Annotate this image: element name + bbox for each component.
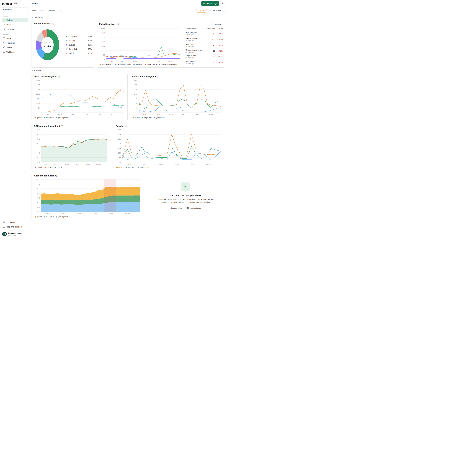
volume-section-header: ▾ VOLUME bbox=[32, 70, 225, 72]
collapse-chevron-icon[interactable]: ▾ bbox=[32, 70, 33, 72]
sidebar-item-integrations[interactable]: Integrations bbox=[2, 220, 28, 224]
help-icon[interactable]: ? bbox=[157, 76, 159, 78]
account-row[interactable]: CN Company name User name bbox=[0, 230, 30, 238]
legend-item-growth[interactable]: growth bbox=[116, 166, 123, 168]
sidebar-item-label: Webhooks bbox=[7, 51, 15, 53]
give-feedback-button[interactable]: Give us feedback bbox=[185, 206, 202, 210]
events-icon bbox=[3, 46, 5, 49]
legend-item-inngestbot[interactable]: inngestbot bbox=[142, 117, 152, 119]
legend-item-web-analytics[interactable]: Web Analytics bbox=[100, 64, 112, 65]
svg-text:06:00: 06:00 bbox=[71, 114, 75, 115]
svg-text:10M: 10M bbox=[135, 84, 137, 86]
total-runs-chart-legend: growthinngestbotgithub-pr-bot bbox=[34, 117, 125, 119]
legend-item-github-pr-bot[interactable]: github-pr-bot bbox=[138, 166, 149, 168]
failed-function-time: 10 mins ago bbox=[185, 40, 205, 42]
sidebar-item-functions[interactable]: Functions bbox=[2, 41, 28, 45]
svg-text:15 K: 15 K bbox=[37, 148, 40, 149]
status-legend-item-failed[interactable]: Failed10% bbox=[66, 51, 92, 55]
failed-function-row[interactable]: Deploy notification10 mins ago7000.1% bbox=[185, 37, 223, 42]
legend-item-growth[interactable]: growth bbox=[35, 117, 42, 119]
svg-text:12:00: 12:00 bbox=[93, 213, 97, 214]
legend-dot bbox=[45, 167, 46, 168]
legend-label: github-pr-bot bbox=[140, 166, 149, 168]
legend-dot bbox=[159, 64, 160, 65]
failed-function-row[interactable]: Web Analytics5 mins ago100.5% bbox=[185, 31, 223, 37]
content: ▾ OVERVIEW Function status ? Total runs bbox=[30, 14, 227, 225]
legend-item-github-pr-bot[interactable]: github-pr-bot bbox=[56, 117, 68, 119]
legend-item-ended[interactable]: Ended bbox=[55, 166, 62, 168]
sidebar-item-label: Help and feedback bbox=[7, 226, 22, 228]
svg-text:15 K: 15 K bbox=[37, 197, 40, 199]
svg-text:20 K: 20 K bbox=[37, 192, 40, 194]
legend-item-inngestbot[interactable]: inngestbot bbox=[44, 216, 54, 218]
command-k-shortcut[interactable]: ⌘ K bbox=[13, 2, 18, 5]
svg-text:18:00: 18:00 bbox=[109, 60, 113, 62]
status-legend-item-running[interactable]: Running47% bbox=[66, 39, 92, 43]
svg-text:30 K: 30 K bbox=[37, 134, 40, 135]
legend-item-onboarding-campaign[interactable]: Onboarding campaign bbox=[159, 64, 177, 65]
help-icon[interactable]: ? bbox=[58, 76, 60, 78]
svg-text:18:00: 18:00 bbox=[86, 163, 90, 165]
backlog-chart-legend: growthinngestbotgithub-pr-bot bbox=[116, 166, 223, 168]
legend-item-inngestbot[interactable]: inngestbot bbox=[126, 166, 136, 168]
svg-text:1M: 1M bbox=[135, 89, 137, 90]
legend-dot bbox=[56, 216, 57, 218]
functions-filter-select[interactable]: All bbox=[56, 9, 63, 13]
chevron-down-icon bbox=[222, 10, 223, 11]
sidebar-item-event-logs[interactable]: Event logs bbox=[2, 27, 28, 31]
legend-item-github-pr-bot[interactable]: github-pr-bot bbox=[154, 117, 165, 119]
settings-button[interactable]: ⚙ bbox=[220, 1, 225, 6]
sidebar-item-metrics[interactable]: Metrics bbox=[2, 18, 28, 22]
legend-item-deploy-notifications[interactable]: Deploy notifications bbox=[115, 64, 131, 65]
legend-item-growth[interactable]: growth bbox=[35, 216, 42, 218]
legend-item-started[interactable]: Started bbox=[35, 166, 42, 168]
webhooks-icon bbox=[3, 51, 5, 53]
legend-item-stripe-invoice[interactable]: Stripe invoice bbox=[145, 64, 157, 65]
legend-item-queued[interactable]: Queued bbox=[45, 166, 53, 168]
svg-text:20 K: 20 K bbox=[118, 143, 121, 145]
chevron-down-icon bbox=[61, 10, 62, 11]
svg-text:Jun 19: Jun 19 bbox=[121, 60, 125, 62]
legend-item-github-pr-bot[interactable]: github-pr-bot bbox=[56, 216, 68, 218]
svg-text:0 K: 0 K bbox=[38, 211, 40, 212]
environment-select[interactable]: Production bbox=[2, 7, 22, 12]
help-icon[interactable]: ? bbox=[61, 125, 63, 127]
svg-text:1M: 1M bbox=[38, 89, 40, 90]
status-legend-item-cancelled[interactable]: Cancelled10% bbox=[66, 47, 92, 51]
environment-filter-button[interactable] bbox=[23, 7, 28, 12]
failed-function-row[interactable]: Stripe invoice25 mins ago600.07% bbox=[185, 54, 223, 59]
help-icon[interactable]: ? bbox=[52, 23, 54, 25]
failure-rate: 0.3% bbox=[215, 44, 223, 46]
failed-function-row[interactable]: New lead20 mins ago400.3% bbox=[185, 42, 223, 48]
sidebar-item-runs[interactable]: Runs bbox=[2, 22, 28, 27]
help-icon[interactable]: ? bbox=[58, 175, 60, 177]
sidebar-item-events[interactable]: Events bbox=[2, 45, 28, 50]
sidebar-item-label: Integrations bbox=[7, 221, 16, 223]
view-all-button[interactable]: ↗ View all bbox=[211, 22, 223, 26]
apps-filter-select[interactable]: All bbox=[37, 9, 44, 13]
failed-function-time: 22 mins ago bbox=[185, 51, 205, 53]
legend-item-growth[interactable]: growth bbox=[133, 117, 140, 119]
sidebar-item-help-and-feedback[interactable]: Help and feedback bbox=[2, 225, 28, 229]
sdk-request-chart-legend: StartedQueuedEnded bbox=[34, 166, 109, 168]
failed-function-row[interactable]: Web Analytics35 mins ago501.67% bbox=[185, 59, 223, 65]
legend-item-new-lead[interactable]: New lead bbox=[134, 64, 142, 65]
legend-label: growth bbox=[37, 117, 42, 119]
legend-item-inngestbot[interactable]: inngestbot bbox=[44, 117, 54, 119]
collapse-chevron-icon[interactable]: ▾ bbox=[32, 17, 33, 19]
request-charts-button[interactable]: Request charts bbox=[169, 206, 184, 210]
legend-label: Cancelled bbox=[68, 48, 87, 50]
status-legend-item-queued[interactable]: Queued15% bbox=[66, 43, 92, 47]
status-legend-item-completed[interactable]: Completed24% bbox=[66, 34, 92, 39]
legend-dot bbox=[142, 117, 143, 118]
svg-text:18:00: 18:00 bbox=[109, 213, 113, 214]
time-range-select[interactable]: 24 hours ago bbox=[209, 9, 225, 13]
sidebar-item-apps[interactable]: Apps bbox=[2, 36, 28, 40]
refresh-page-button[interactable]: Refresh page bbox=[201, 1, 219, 6]
help-icon[interactable]: ? bbox=[125, 125, 128, 127]
legend-dot bbox=[56, 117, 57, 118]
svg-text:18:00: 18:00 bbox=[45, 114, 49, 115]
failed-function-row[interactable]: Onboarding campaign22 mins ago100.5% bbox=[185, 48, 223, 54]
sidebar-item-webhooks[interactable]: Webhooks bbox=[2, 50, 28, 54]
help-icon[interactable]: ? bbox=[117, 23, 119, 25]
